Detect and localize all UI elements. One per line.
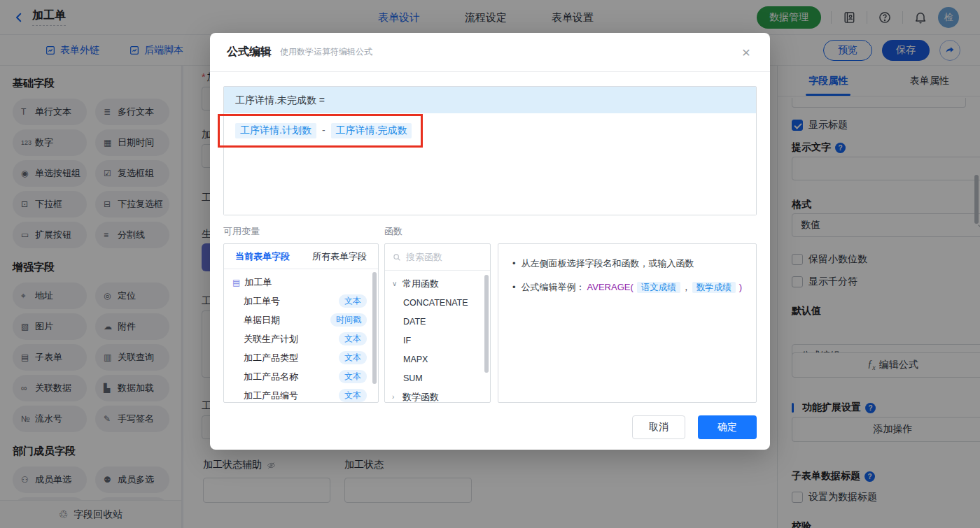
field-type-badge: 文本 (339, 351, 367, 364)
function-item[interactable]: DATE (385, 312, 490, 331)
formula-field-token[interactable]: 工序详情.完成数 (331, 123, 412, 138)
example-field-chip: 数学成绩 (692, 282, 736, 293)
function-item[interactable]: IF (385, 331, 490, 350)
field-type-badge: 文本 (339, 294, 367, 308)
function-item[interactable]: CONCATENATE (385, 293, 490, 312)
functions-scrollbar[interactable] (484, 275, 489, 373)
cancel-button[interactable]: 取消 (632, 415, 685, 439)
modal-title: 公式编辑 (227, 45, 272, 59)
search-placeholder: 搜索函数 (406, 251, 442, 264)
functions-panel: 搜索函数 ∨ 常用函数 CONCATENATEDATEIFMAPXSUM (384, 243, 491, 403)
variables-scrollbar[interactable] (372, 272, 377, 384)
example-field-chip: 语文成绩 (637, 282, 680, 293)
function-item[interactable]: SUM (385, 369, 490, 387)
formula-field-token[interactable]: 工序详情.计划数 (235, 123, 316, 138)
formula-help-panel: 从左侧面板选择字段名和函数，或输入函数 公式编辑举例：AVERAGE(语文成绩，… (498, 243, 757, 403)
field-type-badge: 时间戳 (330, 313, 367, 327)
chevron-icon: › (392, 393, 399, 401)
function-item[interactable]: MAPX (385, 350, 490, 369)
variable-row[interactable]: 关联生产计划 文本 (224, 329, 378, 348)
search-icon (392, 252, 402, 262)
functions-label: 函数 (384, 225, 402, 238)
tab-current-form-fields[interactable]: 当前表单字段 (224, 244, 301, 269)
function-group[interactable]: ∨ 常用函数 (385, 274, 490, 293)
field-type-badge: 文本 (339, 332, 367, 345)
formula-input-area[interactable]: 工序详情.计划数-工序详情.完成数 (224, 113, 756, 215)
variable-row[interactable]: 加工单号 文本 (224, 292, 378, 311)
variable-row[interactable]: 加工产品名称 文本 (224, 367, 378, 386)
formula-edit-modal: 公式编辑 使用数学运算符编辑公式 工序详情.未完成数 = 工序详情.计划数-工序… (210, 33, 770, 450)
formula-operator: - (322, 123, 326, 136)
function-search-input[interactable]: 搜索函数 (385, 244, 490, 271)
variables-panel: 当前表单字段 所有表单字段 ▤ 加工单 加工单号 文本 单据日期 (223, 243, 379, 403)
formula-editor: 工序详情.未完成数 = 工序详情.计划数-工序详情.完成数 (223, 86, 757, 215)
tab-all-form-fields[interactable]: 所有表单字段 (301, 244, 378, 269)
page: 加工单 表单设计 流程设定 表单设置 数据管理 检 (0, 0, 980, 528)
help-line-1: 从左侧面板选择字段名和函数，或输入函数 (510, 257, 745, 271)
chevron-icon: ∨ (392, 280, 399, 287)
variable-row[interactable]: 加工产品编号 文本 (224, 386, 378, 403)
confirm-button[interactable]: 确定 (698, 415, 757, 439)
field-type-badge: 文本 (339, 370, 367, 383)
help-line-2: 公式编辑举例：AVERAGE(语文成绩，数学成绩) (510, 280, 745, 294)
variable-row[interactable]: 单据日期 时间戳 (224, 311, 378, 329)
variables-root-node[interactable]: ▤ 加工单 (224, 273, 378, 292)
close-icon[interactable] (738, 44, 755, 61)
modal-subtitle: 使用数学运算符编辑公式 (280, 46, 372, 58)
field-type-badge: 文本 (339, 389, 367, 402)
variables-label: 可用变量 (223, 225, 384, 238)
formula-target: 工序详情.未完成数 = (224, 87, 756, 113)
function-group[interactable]: › 数学函数 (385, 387, 490, 403)
form-doc-icon: ▤ (232, 278, 240, 287)
variable-row[interactable]: 加工产品类型 文本 (224, 348, 378, 367)
function-name-text: AVERAGE( (587, 282, 634, 292)
